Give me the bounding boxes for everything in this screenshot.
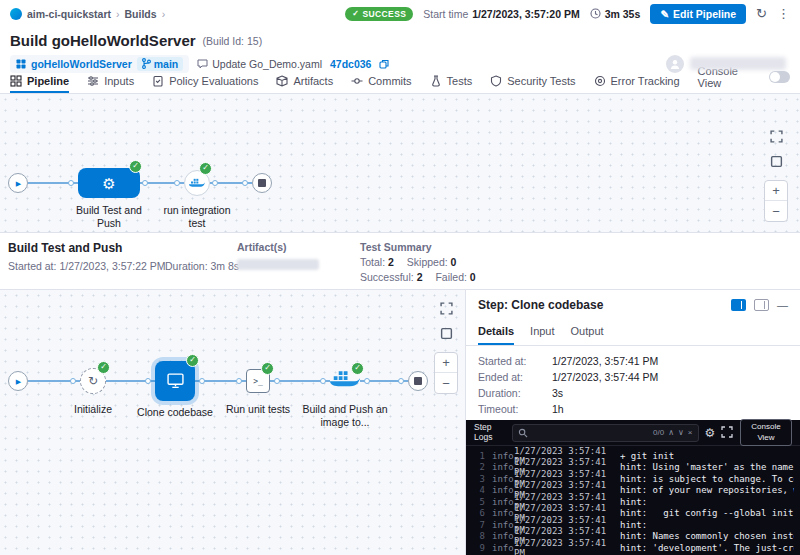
fit-view-icon[interactable] xyxy=(770,155,783,168)
log-line-number: 1 xyxy=(472,451,485,461)
tab-commits[interactable]: Commits xyxy=(351,75,411,93)
edit-pipeline-button[interactable]: ✎ Edit Pipeline xyxy=(650,4,746,24)
edge-dot xyxy=(236,378,242,384)
stage-graph-canvas[interactable]: ▶ ⚙ ✓ Build Test and Push ✓ run integrat… xyxy=(0,94,800,232)
user-name-redacted xyxy=(690,57,786,70)
tab-artifacts[interactable]: Artifacts xyxy=(276,75,333,93)
detail-value: 3s xyxy=(552,387,563,399)
tab-input[interactable]: Input xyxy=(530,325,554,345)
started-value: 1/27/2023, 3:57:22 PM xyxy=(59,260,165,272)
page-title: Build goHelloWorldServer xyxy=(10,32,196,49)
pipeline-end-node[interactable] xyxy=(252,173,272,193)
stage-label[interactable]: Build Test and Push xyxy=(66,204,152,230)
tab-security-tests[interactable]: Security Tests xyxy=(490,75,575,93)
play-icon: ▶ xyxy=(16,180,21,187)
refresh-icon[interactable]: ↻ xyxy=(756,7,767,20)
search-prev-icon[interactable]: ∧ xyxy=(668,429,674,437)
zoom-in-button[interactable]: + xyxy=(765,181,787,201)
error-tracking-icon xyxy=(594,75,606,87)
step-label[interactable]: Run unit tests xyxy=(215,403,301,416)
edge-dot xyxy=(174,180,180,186)
stage-node-build-test-push[interactable]: ⚙ xyxy=(78,168,140,198)
detail-label: Timeout: xyxy=(478,403,552,415)
tab-pipeline[interactable]: Pipeline xyxy=(10,75,69,93)
copy-icon[interactable] xyxy=(379,59,389,69)
stage-label[interactable]: run integration test xyxy=(154,204,240,230)
log-message: hint: xyxy=(620,520,794,530)
detail-label: Duration: xyxy=(478,387,552,399)
breadcrumb-project[interactable]: aim-ci-quickstart xyxy=(27,8,111,20)
commit-hash-link[interactable]: 47dc036 xyxy=(330,58,371,70)
log-line-number: 7 xyxy=(472,520,485,530)
fit-view-icon[interactable] xyxy=(440,327,453,340)
tab-label: Error Tracking xyxy=(611,75,680,87)
artifacts-label: Artifact(s) xyxy=(237,241,319,253)
tab-inputs[interactable]: Inputs xyxy=(87,75,134,93)
tab-output[interactable]: Output xyxy=(571,325,604,345)
total-value: 2 xyxy=(388,256,394,268)
console-view-toggle[interactable] xyxy=(769,71,790,83)
tab-details[interactable]: Details xyxy=(478,325,514,345)
split-view-active-icon[interactable] xyxy=(731,299,746,311)
log-settings-gear-icon[interactable]: ⚙ xyxy=(705,426,716,440)
search-match-count: 0/0 xyxy=(653,428,664,437)
step-graph-canvas[interactable]: ▶ ↻ ✓ Initialize ✓ Clone codebase >_ ✓ R… xyxy=(0,290,465,555)
total-label: Total: xyxy=(360,256,385,268)
steps-end-node[interactable] xyxy=(408,371,428,391)
main-tab-bar: Pipeline Inputs Policy Evaluations Artif… xyxy=(0,73,800,94)
zoom-out-button[interactable]: − xyxy=(765,201,787,221)
more-options-icon[interactable]: ⋮ xyxy=(777,7,790,20)
stop-icon xyxy=(414,377,422,385)
fullscreen-icon[interactable] xyxy=(440,302,453,315)
split-view-icon[interactable] xyxy=(754,299,769,311)
search-close-icon[interactable]: × xyxy=(688,429,693,437)
failed-value: 0 xyxy=(470,271,476,283)
skipped-label: Skipped: xyxy=(407,256,448,268)
play-icon: ▶ xyxy=(16,378,21,385)
success-check-icon: ✓ xyxy=(351,362,364,375)
project-logo-icon xyxy=(10,8,22,20)
breadcrumb-builds[interactable]: Builds xyxy=(125,8,157,20)
log-line: 9info1/27/2023 3:57:41 PMhint: 'developm… xyxy=(472,542,794,554)
log-line-number: 6 xyxy=(472,508,485,518)
test-summary-label: Test Summary xyxy=(360,241,486,253)
log-lines[interactable]: 1info1/27/2023 3:57:41 PM+ git init 2inf… xyxy=(466,446,800,554)
steps-start-node[interactable]: ▶ xyxy=(8,371,28,391)
tab-policy-evaluations[interactable]: Policy Evaluations xyxy=(152,75,258,93)
log-fullscreen-icon[interactable] xyxy=(721,426,733,440)
console-view-button[interactable]: Console View xyxy=(740,419,792,446)
log-search-input[interactable] xyxy=(532,428,649,438)
step-label[interactable]: Clone codebase xyxy=(132,406,218,419)
execution-split: ▶ ↻ ✓ Initialize ✓ Clone codebase >_ ✓ R… xyxy=(0,290,800,555)
fullscreen-icon[interactable] xyxy=(770,130,783,143)
success-check-icon: ✓ xyxy=(186,354,199,367)
detail-value: 1h xyxy=(552,403,564,415)
tab-label: Artifacts xyxy=(293,75,333,87)
step-node-clone-codebase[interactable] xyxy=(155,361,195,401)
pipeline-start-node[interactable]: ▶ xyxy=(8,173,28,193)
zoom-in-button[interactable]: + xyxy=(435,353,457,373)
repo-icon xyxy=(16,59,26,69)
edge-dot xyxy=(142,180,148,186)
repo-name[interactable]: goHelloWorldServer xyxy=(31,58,132,70)
edge-dot xyxy=(68,180,74,186)
test-summary-column: Test Summary Total: 2 Skipped: 0 Success… xyxy=(360,241,486,283)
tab-error-tracking[interactable]: Error Tracking xyxy=(594,75,680,93)
panel-layout-controls: — xyxy=(731,299,788,311)
log-toolbar: Step Logs 0/0 ∧ ∨ × ⚙ Console View xyxy=(466,420,800,446)
minimize-icon[interactable]: — xyxy=(777,299,788,311)
commits-icon xyxy=(351,75,363,87)
branch-chip[interactable]: main xyxy=(137,57,184,71)
success-check-icon: ✓ xyxy=(199,162,212,175)
test-summary-line-1: Total: 2 Skipped: 0 xyxy=(360,256,486,268)
edge-dot xyxy=(242,180,248,186)
toggle-knob xyxy=(770,72,780,82)
search-next-icon[interactable]: ∨ xyxy=(678,429,684,437)
zoom-out-button[interactable]: − xyxy=(435,373,457,393)
tab-tests[interactable]: Tests xyxy=(430,75,473,93)
step-label[interactable]: Initialize xyxy=(50,403,136,416)
repo-chip[interactable]: goHelloWorldServer main xyxy=(10,55,189,73)
clone-codebase-icon xyxy=(167,373,184,389)
start-time: Start time 1/27/2023, 3:57:20 PM xyxy=(423,8,579,20)
step-label[interactable]: Build and Push an image to... xyxy=(302,403,388,429)
